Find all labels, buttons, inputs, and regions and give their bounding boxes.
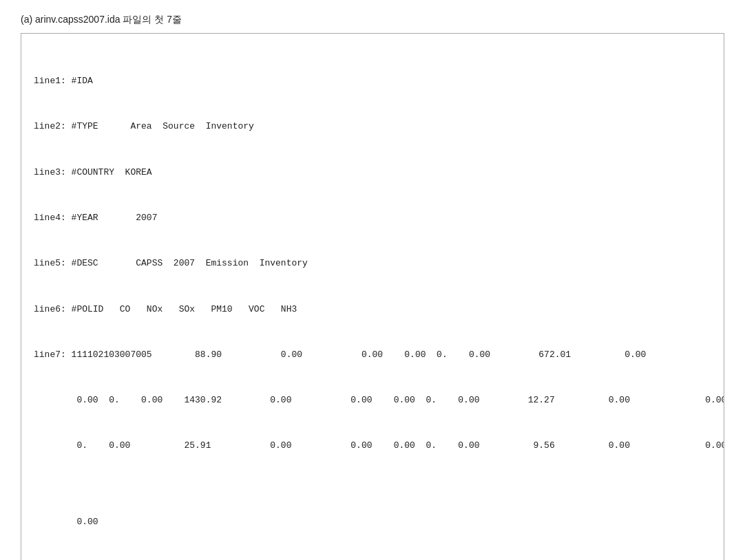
section-a-line2: line2: #TYPE Area Source Inventory (34, 119, 711, 134)
section-a-codebox: line1: #IDA line2: #TYPE Area Source Inv… (21, 33, 724, 560)
section-a-line7-cont1: 0.00 0. 0.00 1430.92 0.00 0.00 0.00 0. 0… (34, 393, 711, 408)
section-a-label: (a) arinv.capss2007.ida 파일의 첫 7줄 (21, 14, 724, 26)
section-a-line1: line1: #IDA (34, 74, 711, 89)
section-a-line5: line5: #DESC CAPSS 2007 Emission Invento… (34, 256, 711, 271)
page-container: (a) arinv.capss2007.ida 파일의 첫 7줄 line1: … (21, 14, 724, 560)
section-a-line3: line3: #COUNTRY KOREA (34, 165, 711, 180)
section-a-line7: line7: 111102103007005 88.90 0.00 0.00 0… (34, 347, 711, 363)
section-a: (a) arinv.capss2007.ida 파일의 첫 7줄 line1: … (21, 14, 724, 560)
section-a-line4: line4: #YEAR 2007 (34, 211, 711, 226)
section-a-line7-cont4: 0.00 (34, 515, 711, 530)
section-a-line6: line6: #POLID CO NOx SOx PM10 VOC NH3 (34, 302, 711, 317)
section-a-line7-cont2: 0. 0.00 25.91 0.00 0.00 0.00 0. 0.00 9.5… (34, 438, 711, 453)
